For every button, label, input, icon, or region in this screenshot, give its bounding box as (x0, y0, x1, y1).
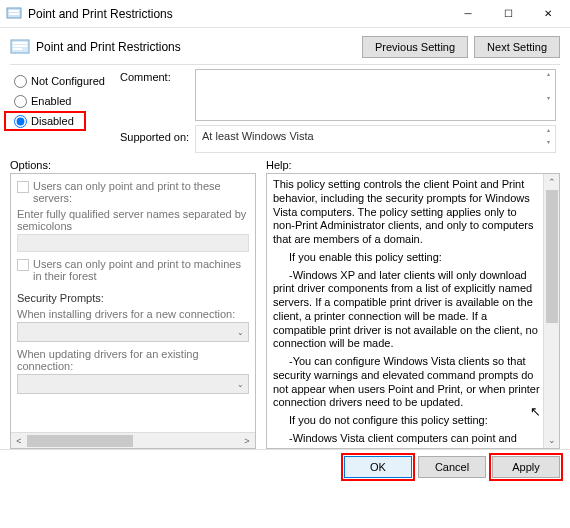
security-prompts-heading: Security Prompts: (17, 292, 249, 304)
help-p3: -Windows XP and later clients will only … (273, 269, 541, 352)
policy-icon (10, 37, 30, 57)
radio-enabled-input[interactable] (14, 95, 27, 108)
svg-rect-2 (9, 13, 19, 15)
policy-title: Point and Print Restrictions (36, 40, 356, 54)
radio-disabled[interactable]: Disabled (4, 111, 86, 131)
cancel-button[interactable]: Cancel (418, 456, 486, 478)
checkbox-forest-label: Users can only point and print to machin… (33, 258, 249, 282)
servers-input (17, 234, 249, 252)
app-icon (6, 6, 22, 22)
supported-on-field: At least Windows Vista ▴▾ (195, 125, 556, 153)
help-vscroll[interactable]: ⌃ ⌄ (543, 174, 559, 448)
checkbox-forest (17, 259, 29, 271)
field-labels: Comment: Supported on: (120, 69, 195, 153)
ok-button[interactable]: OK (344, 456, 412, 478)
options-label: Options: (10, 159, 256, 171)
state-radios: Not Configured Enabled Disabled (10, 69, 120, 153)
checkbox-servers-label: Users can only point and print to these … (33, 180, 249, 204)
footer: OK Cancel Apply (0, 449, 570, 484)
options-pane: Options: Users can only point and print … (10, 159, 256, 449)
radio-not-configured[interactable]: Not Configured (10, 71, 120, 91)
install-drivers-label: When installing drivers for a new connec… (17, 308, 249, 320)
update-drivers-dropdown: ⌄ (17, 374, 249, 394)
help-pane: Help: This policy setting controls the c… (266, 159, 560, 449)
radio-not-configured-label: Not Configured (31, 75, 105, 87)
vscroll-track[interactable] (546, 190, 558, 432)
next-setting-button[interactable]: Next Setting (474, 36, 560, 58)
radio-not-configured-input[interactable] (14, 75, 27, 88)
apply-button[interactable]: Apply (492, 456, 560, 478)
comment-spinner[interactable]: ▴▾ (542, 71, 554, 119)
maximize-button[interactable]: ☐ (488, 0, 528, 28)
install-drivers-dropdown: ⌄ (17, 322, 249, 342)
hscroll-thumb[interactable] (27, 435, 133, 447)
help-p5: If you do not configure this policy sett… (273, 414, 541, 428)
window-title: Point and Print Restrictions (28, 7, 448, 21)
previous-setting-button[interactable]: Previous Setting (362, 36, 468, 58)
checkbox-servers (17, 181, 29, 193)
radio-enabled[interactable]: Enabled (10, 91, 120, 111)
help-p2: If you enable this policy setting: (273, 251, 541, 265)
help-label: Help: (266, 159, 560, 171)
options-hscroll[interactable]: < > (11, 432, 255, 448)
scroll-down-icon[interactable]: ⌄ (548, 432, 556, 448)
options-box: Users can only point and print to these … (10, 173, 256, 449)
scroll-left-icon[interactable]: < (11, 436, 27, 446)
minimize-button[interactable]: ─ (448, 0, 488, 28)
panes: Options: Users can only point and print … (0, 153, 570, 449)
field-values: ▴▾ At least Windows Vista ▴▾ (195, 69, 560, 153)
checkbox-servers-row: Users can only point and print to these … (17, 180, 249, 204)
svg-rect-1 (9, 10, 19, 12)
help-box: This policy setting controls the client … (266, 173, 560, 449)
vscroll-thumb[interactable] (546, 190, 558, 323)
checkbox-forest-row: Users can only point and print to machin… (17, 258, 249, 282)
comment-field[interactable]: ▴▾ (195, 69, 556, 121)
svg-rect-6 (13, 48, 22, 50)
help-p1: This policy setting controls the client … (273, 178, 541, 247)
svg-rect-5 (13, 45, 27, 47)
radio-enabled-label: Enabled (31, 95, 71, 107)
supported-spinner[interactable]: ▴▾ (542, 127, 554, 151)
svg-rect-4 (13, 42, 27, 44)
supported-on-label: Supported on: (120, 127, 195, 143)
help-p4: -You can configure Windows Vista clients… (273, 355, 541, 410)
header: Point and Print Restrictions Previous Se… (0, 28, 570, 64)
config-area: Not Configured Enabled Disabled Comment:… (0, 65, 570, 153)
comment-label: Comment: (120, 69, 195, 127)
scroll-up-icon[interactable]: ⌃ (548, 174, 556, 190)
help-p6: -Windows Vista client computers can poin… (273, 432, 541, 449)
close-button[interactable]: ✕ (528, 0, 568, 28)
scroll-right-icon[interactable]: > (239, 436, 255, 446)
hscroll-track[interactable] (27, 435, 239, 447)
radio-disabled-label: Disabled (31, 115, 74, 127)
radio-disabled-input[interactable] (14, 115, 27, 128)
supported-on-value: At least Windows Vista (202, 130, 314, 142)
servers-hint: Enter fully qualified server names separ… (17, 208, 249, 232)
title-bar: Point and Print Restrictions ─ ☐ ✕ (0, 0, 570, 28)
update-drivers-label: When updating drivers for an existing co… (17, 348, 249, 372)
